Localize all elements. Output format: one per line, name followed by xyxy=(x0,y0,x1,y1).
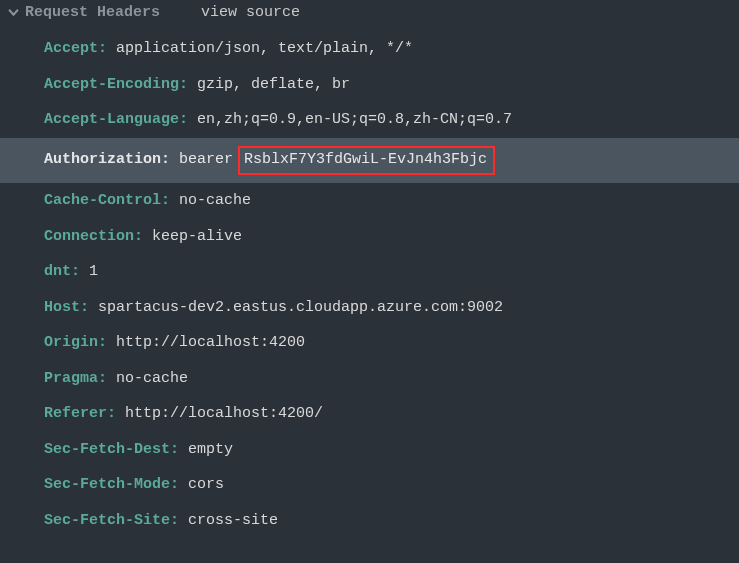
header-row[interactable]: Cache-Control: no-cache xyxy=(0,183,739,219)
colon: : xyxy=(98,334,116,351)
header-value: http://localhost:4200 xyxy=(116,334,305,351)
colon: : xyxy=(161,151,179,168)
colon: : xyxy=(170,476,188,493)
colon: : xyxy=(80,299,98,316)
colon: : xyxy=(161,192,179,209)
header-row[interactable]: Authorization: bearer RsblxF7Y3fdGwiL-Ev… xyxy=(0,138,739,184)
header-key: Sec-Fetch-Mode xyxy=(44,476,170,493)
header-value: spartacus-dev2.eastus.cloudapp.azure.com… xyxy=(98,299,503,316)
header-value: 1 xyxy=(89,263,98,280)
header-key: Accept xyxy=(44,40,98,57)
headers-list: Accept: application/json, text/plain, */… xyxy=(0,31,739,538)
header-key: Pragma xyxy=(44,370,98,387)
header-row[interactable]: Accept-Encoding: gzip, deflate, br xyxy=(0,67,739,103)
header-row[interactable]: Sec-Fetch-Mode: cors xyxy=(0,467,739,503)
highlighted-token: RsblxF7Y3fdGwiL-EvJn4h3Fbjc xyxy=(238,146,495,176)
header-row[interactable]: Sec-Fetch-Dest: empty xyxy=(0,432,739,468)
header-row[interactable]: dnt: 1 xyxy=(0,254,739,290)
header-key: Origin xyxy=(44,334,98,351)
header-key: dnt xyxy=(44,263,71,280)
colon: : xyxy=(170,441,188,458)
header-key: Host xyxy=(44,299,80,316)
header-row[interactable]: Accept-Language: en,zh;q=0.9,en-US;q=0.8… xyxy=(0,102,739,138)
header-value: en,zh;q=0.9,en-US;q=0.8,zh-CN;q=0.7 xyxy=(197,111,512,128)
header-value: application/json, text/plain, */* xyxy=(116,40,413,57)
header-value: keep-alive xyxy=(152,228,242,245)
colon: : xyxy=(179,76,197,93)
header-row[interactable]: Origin: http://localhost:4200 xyxy=(0,325,739,361)
section-header: Request Headers view source xyxy=(0,0,739,31)
section-title[interactable]: Request Headers xyxy=(25,4,160,21)
colon: : xyxy=(98,370,116,387)
view-source-link[interactable]: view source xyxy=(201,4,300,21)
header-value: cross-site xyxy=(188,512,278,529)
colon: : xyxy=(179,111,197,128)
header-value: no-cache xyxy=(179,192,251,209)
colon: : xyxy=(134,228,152,245)
header-value: no-cache xyxy=(116,370,188,387)
header-row[interactable]: Connection: keep-alive xyxy=(0,219,739,255)
header-row[interactable]: Sec-Fetch-Site: cross-site xyxy=(0,503,739,539)
header-value: gzip, deflate, br xyxy=(197,76,350,93)
header-row[interactable]: Pragma: no-cache xyxy=(0,361,739,397)
header-row[interactable]: Referer: http://localhost:4200/ xyxy=(0,396,739,432)
header-row[interactable]: Accept: application/json, text/plain, */… xyxy=(0,31,739,67)
header-key: Cache-Control xyxy=(44,192,161,209)
header-value: bearer xyxy=(179,151,242,168)
chevron-down-icon[interactable] xyxy=(8,7,19,18)
colon: : xyxy=(71,263,89,280)
header-key: Accept-Encoding xyxy=(44,76,179,93)
colon: : xyxy=(170,512,188,529)
header-value: empty xyxy=(188,441,233,458)
header-key: Sec-Fetch-Dest xyxy=(44,441,170,458)
header-key: Connection xyxy=(44,228,134,245)
header-value: http://localhost:4200/ xyxy=(125,405,323,422)
header-row[interactable]: Host: spartacus-dev2.eastus.cloudapp.azu… xyxy=(0,290,739,326)
header-key: Authorization xyxy=(44,151,161,168)
colon: : xyxy=(107,405,125,422)
header-key: Sec-Fetch-Site xyxy=(44,512,170,529)
colon: : xyxy=(98,40,116,57)
header-value: cors xyxy=(188,476,224,493)
header-key: Referer xyxy=(44,405,107,422)
header-key: Accept-Language xyxy=(44,111,179,128)
